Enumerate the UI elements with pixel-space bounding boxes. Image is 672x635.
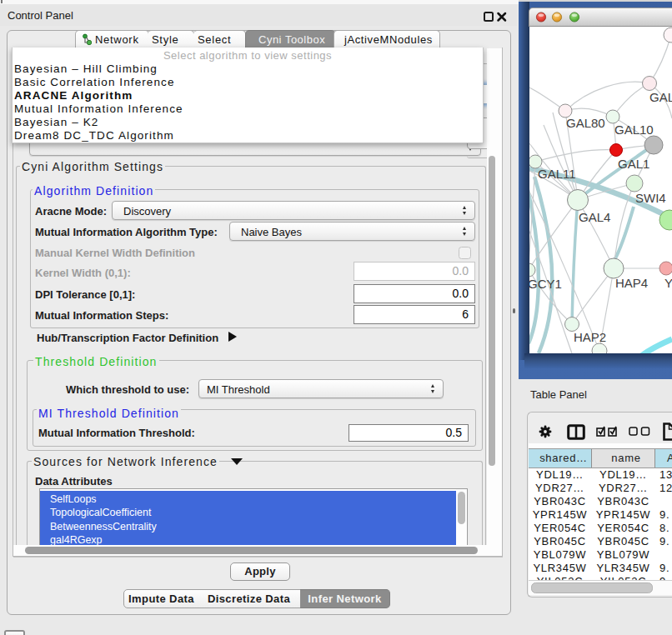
svg-text:HAP4: HAP4 [615, 276, 648, 290]
svg-text:GAL11: GAL11 [538, 167, 576, 181]
svg-text:GCY1: GCY1 [529, 277, 562, 291]
svg-text:SWI4: SWI4 [635, 191, 666, 205]
svg-text:GAL4: GAL4 [579, 210, 610, 224]
svg-text:GAL10: GAL10 [614, 122, 654, 137]
svg-text:YJL: YJL [664, 276, 672, 290]
svg-text:GAL80: GAL80 [566, 116, 605, 130]
svg-text:GAL7: GAL7 [649, 90, 672, 104]
svg-text:HAP2: HAP2 [574, 330, 606, 344]
svg-text:GAL1: GAL1 [618, 157, 649, 171]
